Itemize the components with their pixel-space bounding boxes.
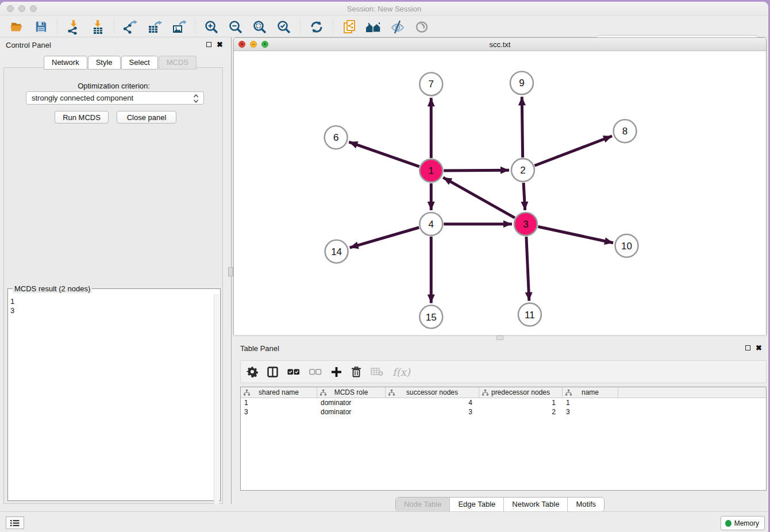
column-header-successor-nodes[interactable]: successor nodes	[386, 387, 479, 398]
zoom-selected-icon[interactable]	[275, 18, 292, 36]
attribute-type-icon	[388, 390, 395, 396]
network-canvas[interactable]: 7968124314101511	[234, 51, 766, 335]
duplicate-network-icon[interactable]	[341, 18, 358, 36]
control-panel-content: Optimization criterion: strongly connect…	[3, 67, 223, 504]
app-window: Session: New Session	[0, 2, 768, 532]
edge-1-2[interactable]	[444, 170, 509, 171]
table-cell: dominator	[317, 407, 386, 417]
vertical-splitter-handle[interactable]	[228, 267, 233, 276]
toolbar-separator	[57, 19, 57, 35]
memory-button[interactable]: Memory	[721, 516, 765, 530]
console-button[interactable]	[6, 516, 24, 529]
export-network-icon[interactable]	[122, 18, 139, 36]
table-row[interactable]: 3dominator323	[241, 407, 766, 417]
attribute-type-icon	[482, 390, 488, 396]
table-tabs-container: Node TableEdge TableNetwork TableMotifs	[233, 497, 767, 512]
tab-mcds[interactable]: MCDS	[159, 56, 197, 70]
graph-node-label-3: 3	[523, 219, 528, 230]
zoom-fit-icon[interactable]	[251, 18, 268, 36]
arrowhead-4-3	[503, 220, 512, 228]
import-table-icon[interactable]	[89, 18, 106, 36]
deselect-all-icon[interactable]	[309, 364, 322, 380]
control-panel-buttons: ✖	[206, 42, 223, 47]
control-panel-tabs: NetworkStyleSelectMCDS	[44, 56, 197, 70]
save-session-icon[interactable]	[32, 18, 49, 36]
table-tabs: Node TableEdge TableNetwork TableMotifs	[395, 497, 605, 512]
network-view-title: scc.txt	[234, 40, 766, 49]
horizontal-splitter-handle[interactable]	[496, 336, 503, 340]
table-cell: 1	[563, 398, 618, 407]
edge-3-1[interactable]	[443, 178, 515, 218]
column-header-MCDS-role[interactable]: MCDS role	[317, 387, 386, 398]
status-bar: Memory	[0, 511, 768, 532]
tab-style[interactable]: Style	[88, 56, 121, 70]
table-cell: 1	[241, 398, 317, 407]
memory-label: Memory	[734, 519, 759, 527]
import-network-icon[interactable]	[65, 18, 82, 36]
table-cell: 3	[386, 407, 479, 417]
table-row[interactable]: 1dominator411	[241, 398, 766, 407]
column-header-name[interactable]: name	[563, 387, 618, 398]
edge-2-9[interactable]	[522, 97, 522, 157]
node-table: shared nameMCDS rolesuccessor nodesprede…	[240, 387, 767, 491]
zoom-in-icon[interactable]	[203, 18, 220, 36]
tab-network[interactable]: Network	[44, 56, 87, 70]
graph-node-label-2: 2	[520, 165, 525, 176]
graph-node-label-1: 1	[429, 165, 434, 176]
refresh-icon[interactable]	[308, 18, 325, 36]
run-mcds-button[interactable]: Run MCDS	[55, 111, 109, 124]
toolbar-separator	[114, 19, 114, 35]
add-row-icon[interactable]	[331, 364, 342, 380]
close-panel-button[interactable]: Close panel	[117, 111, 176, 124]
tab-network-table[interactable]: Network Table	[503, 498, 567, 511]
preview-icon[interactable]	[413, 18, 430, 36]
edge-2-8[interactable]	[534, 136, 612, 165]
mcds-result-item: 1	[10, 297, 14, 306]
graph-node-label-6: 6	[333, 132, 338, 143]
toolbar-separator	[300, 19, 301, 35]
float-table-panel-icon[interactable]	[745, 345, 750, 350]
open-session-icon[interactable]	[8, 18, 25, 36]
export-image-icon[interactable]	[170, 18, 187, 36]
show-column-icon[interactable]	[267, 364, 278, 380]
mcds-result-group: 13 MCDS result (2 nodes)	[7, 284, 221, 501]
edge-4-14[interactable]	[350, 228, 419, 248]
edge-3-11[interactable]	[526, 237, 529, 301]
table-cell: 4	[386, 398, 479, 407]
tab-select[interactable]: Select	[121, 56, 158, 70]
houses-icon[interactable]	[365, 18, 382, 36]
edge-3-10[interactable]	[538, 227, 613, 243]
graph-node-label-10: 10	[621, 241, 632, 252]
mcds-result-item: 3	[10, 306, 14, 315]
column-header-shared-name[interactable]: shared name	[241, 387, 317, 398]
table-settings-gear-icon[interactable]	[247, 364, 258, 380]
list-icon	[10, 519, 20, 527]
result-scrollbar[interactable]	[214, 294, 219, 504]
tab-motifs[interactable]: Motifs	[567, 498, 604, 511]
edge-1-6[interactable]	[349, 142, 419, 167]
mcds-result-items: 13	[10, 297, 14, 315]
tab-node-table[interactable]: Node Table	[396, 498, 450, 511]
arrowhead-1-7	[428, 98, 435, 106]
select-all-icon[interactable]	[287, 364, 300, 380]
network-window-titlebar[interactable]: × − + scc.txt	[234, 38, 766, 51]
optimization-dropdown[interactable]: strongly connected component	[26, 91, 204, 105]
table-cell: 3	[563, 407, 618, 417]
graph-node-label-9: 9	[519, 78, 524, 88]
zoom-out-icon[interactable]	[227, 18, 244, 36]
close-panel-label: Close panel	[127, 113, 167, 122]
export-table-icon[interactable]	[146, 18, 163, 36]
hide-graphics-icon[interactable]	[389, 18, 406, 36]
column-label: MCDS role	[334, 388, 368, 396]
close-table-panel-icon[interactable]: ✖	[756, 345, 762, 350]
tab-edge-table[interactable]: Edge Table	[449, 498, 503, 511]
column-header-predecessor-nodes[interactable]: predecessor nodes	[479, 387, 563, 398]
float-panel-icon[interactable]	[206, 42, 211, 47]
table-cell: dominator	[317, 398, 386, 407]
arrowhead-1-4	[428, 202, 435, 210]
arrowhead-2-9	[518, 97, 526, 105]
delete-row-icon[interactable]	[351, 364, 361, 380]
network-graph[interactable]: 7968124314101511	[234, 51, 766, 335]
close-panel-icon[interactable]: ✖	[217, 42, 223, 47]
attribute-type-icon	[565, 390, 572, 396]
